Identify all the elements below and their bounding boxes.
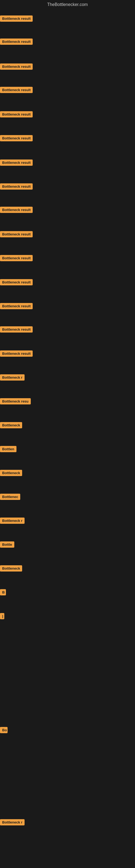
bottleneck-item[interactable]: Bottleneck result: [0, 231, 33, 239]
bottleneck-item[interactable]: Bottleneck result: [0, 350, 33, 358]
bottleneck-item[interactable]: Bottleneck result: [0, 159, 33, 167]
bottleneck-item[interactable]: Bottleneck result: [0, 183, 33, 191]
bottleneck-item[interactable]: Bottleneck result: [0, 279, 33, 286]
bottleneck-item[interactable]: Bottleneck result: [0, 38, 33, 46]
bottleneck-item[interactable]: Bottle: [0, 541, 14, 549]
bottleneck-badge: Bottleneck r: [0, 518, 25, 524]
bottleneck-badge: Bo: [0, 727, 8, 733]
bottleneck-badge: |: [0, 613, 4, 619]
bottleneck-item[interactable]: Bottleneck: [0, 422, 22, 429]
bottleneck-item[interactable]: Bottlen: [0, 446, 16, 453]
bottleneck-item[interactable]: B: [0, 589, 6, 596]
bottleneck-badge: Bottleneck: [0, 470, 22, 476]
bottleneck-badge: Bottleneck result: [0, 135, 33, 141]
bottleneck-badge: Bottleneck result: [0, 326, 33, 333]
bottleneck-item[interactable]: Bottleneck result: [0, 135, 33, 143]
bottleneck-badge: Bottleneck result: [0, 16, 33, 22]
bottleneck-item[interactable]: Bottleneck: [0, 470, 22, 477]
bottleneck-badge: Bottle: [0, 541, 14, 548]
bottleneck-item[interactable]: Bo: [0, 727, 8, 734]
bottleneck-badge: Bottlen: [0, 446, 16, 452]
bottleneck-item[interactable]: |: [0, 613, 4, 620]
bottleneck-item[interactable]: Bottleneck result: [0, 16, 33, 23]
bottleneck-badge: Bottleneck: [0, 422, 22, 428]
bottleneck-badge: Bottleneck resu: [0, 398, 31, 404]
bottleneck-badge: Bottleneck: [0, 565, 22, 571]
bottleneck-badge: Bottleneck result: [0, 87, 33, 93]
bottleneck-badge: Bottleneck r: [0, 819, 25, 826]
bottleneck-badge: Bottleneck result: [0, 279, 33, 285]
bottleneck-badge: Bottleneck r: [0, 374, 25, 380]
bottleneck-badge: Bottleneck result: [0, 255, 33, 261]
bottleneck-badge: Bottleneck result: [0, 159, 33, 166]
bottleneck-item[interactable]: Bottleneck r: [0, 518, 25, 525]
bottleneck-badge: Bottleneck result: [0, 303, 33, 309]
bottleneck-badge: Bottleneck result: [0, 183, 33, 190]
bottleneck-item[interactable]: Bottlenec: [0, 494, 20, 501]
bottleneck-item[interactable]: Bottleneck result: [0, 207, 33, 214]
bottleneck-badge: Bottlenec: [0, 494, 20, 500]
bottleneck-badge: Bottleneck result: [0, 63, 33, 70]
site-title: TheBottlenecker.com: [0, 0, 135, 10]
bottleneck-item[interactable]: Bottleneck: [0, 565, 22, 572]
bottleneck-item[interactable]: Bottleneck result: [0, 255, 33, 262]
bottleneck-badge: Bottleneck result: [0, 111, 33, 118]
bottleneck-item[interactable]: Bottleneck result: [0, 87, 33, 94]
bottleneck-badge: Bottleneck result: [0, 231, 33, 237]
bottleneck-badge: Bottleneck result: [0, 350, 33, 357]
bottleneck-badge: Bottleneck result: [0, 207, 33, 213]
bottleneck-badge: B: [0, 589, 6, 595]
bottleneck-item[interactable]: Bottleneck r: [0, 819, 25, 827]
bottleneck-item[interactable]: Bottleneck resu: [0, 398, 31, 405]
bottleneck-item[interactable]: Bottleneck r: [0, 374, 25, 382]
bottleneck-item[interactable]: Bottleneck result: [0, 63, 33, 71]
bottleneck-item[interactable]: Bottleneck result: [0, 111, 33, 119]
bottleneck-badge: Bottleneck result: [0, 38, 33, 45]
bottleneck-item[interactable]: Bottleneck result: [0, 303, 33, 310]
bottleneck-item[interactable]: Bottleneck result: [0, 326, 33, 334]
